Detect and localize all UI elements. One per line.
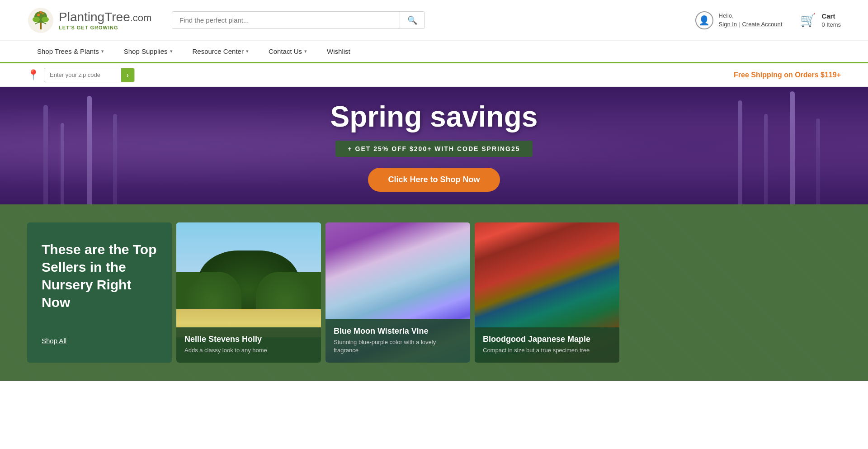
nav-wishlist[interactable]: Wishlist — [317, 41, 360, 61]
logo[interactable]: PlantingTree.com LET'S GET GROWING — [27, 7, 154, 34]
svg-point-4 — [42, 17, 49, 22]
location-icon: 📍 — [27, 69, 39, 81]
user-links: Sign In | Create Account — [719, 20, 783, 28]
chevron-down-icon: ▾ — [304, 48, 307, 54]
promo-card-title: These are the Top Sellers in the Nursery… — [42, 241, 157, 311]
chevron-down-icon: ▾ — [101, 48, 104, 54]
create-account-link[interactable]: Create Account — [742, 20, 782, 28]
wisteria-desc: Stunning blue-purple color with a lovely… — [334, 338, 462, 354]
person-icon: 👤 — [698, 15, 710, 26]
search-input[interactable] — [172, 12, 400, 28]
search-icon: 🔍 — [407, 16, 417, 25]
nav-shop-supplies[interactable]: Shop Supplies ▾ — [114, 41, 183, 61]
products-section: These are the Top Sellers in the Nursery… — [0, 204, 868, 381]
link-separator: | — [739, 20, 740, 28]
hero-promo-text: + GET 25% OFF $200+ WITH CODE SPRING25 — [335, 141, 533, 157]
user-icon: 👤 — [695, 11, 713, 29]
arrow-right-icon: › — [127, 71, 129, 79]
nav-shop-trees-plants-label: Shop Trees & Plants — [37, 47, 99, 55]
holly-name: Nellie Stevens Holly — [184, 335, 313, 344]
top-sellers-promo-card: These are the Top Sellers in the Nursery… — [27, 222, 172, 363]
zip-area: 📍 › — [27, 68, 135, 82]
cart-icon: 🛒 — [800, 13, 816, 28]
hero-banner: Spring savings + GET 25% OFF $200+ WITH … — [0, 87, 868, 204]
nav-resource-center-label: Resource Center — [193, 47, 244, 55]
hero-content: Spring savings + GET 25% OFF $200+ WITH … — [330, 100, 538, 192]
svg-point-3 — [33, 17, 40, 22]
zip-submit-button[interactable]: › — [121, 68, 134, 82]
product-card-maple[interactable]: Bloodgood Japanese Maple Compact in size… — [475, 222, 619, 363]
holly-overlay: Nellie Stevens Holly Adds a classy look … — [176, 327, 321, 363]
svg-point-7 — [40, 11, 42, 13]
svg-point-5 — [37, 14, 40, 16]
nav-shop-trees-plants[interactable]: Shop Trees & Plants ▾ — [27, 41, 114, 61]
hero-cta-button[interactable]: Click Here to Shop Now — [368, 168, 500, 192]
maple-desc: Compact in size but a true specimen tree — [483, 346, 611, 354]
nav-bar: Shop Trees & Plants ▾ Shop Supplies ▾ Re… — [0, 41, 868, 63]
logo-main-text: PlantingTree.com — [59, 9, 151, 25]
search-bar: 🔍 — [172, 11, 425, 29]
logo-icon — [27, 7, 54, 34]
wisteria-overlay: Blue Moon Wisteria Vine Stunning blue-pu… — [326, 319, 470, 363]
product-card-wisteria[interactable]: Blue Moon Wisteria Vine Stunning blue-pu… — [326, 222, 470, 363]
info-bar: 📍 › Free Shipping on Orders $119+ — [0, 63, 868, 87]
maple-overlay: Bloodgood Japanese Maple Compact in size… — [475, 327, 619, 363]
cart-items-count: 0 Items — [821, 21, 841, 29]
header-right: 👤 Hello, Sign In | Create Account 🛒 Cart… — [695, 11, 841, 29]
holly-desc: Adds a classy look to any home — [184, 346, 313, 354]
user-area: 👤 Hello, Sign In | Create Account — [695, 11, 783, 29]
svg-point-6 — [42, 13, 44, 14]
maple-name: Bloodgood Japanese Maple — [483, 335, 611, 344]
header: PlantingTree.com LET'S GET GROWING 🔍 👤 H… — [0, 0, 868, 41]
shop-all-link[interactable]: Shop All — [42, 337, 157, 345]
nav-resource-center[interactable]: Resource Center ▾ — [183, 41, 259, 61]
user-text: Hello, Sign In | Create Account — [719, 12, 783, 28]
products-grid: These are the Top Sellers in the Nursery… — [27, 222, 841, 363]
sign-in-link[interactable]: Sign In — [719, 20, 737, 28]
main-nav: Shop Trees & Plants ▾ Shop Supplies ▾ Re… — [27, 41, 360, 61]
free-shipping-text: Free Shipping on Orders $119+ — [734, 71, 841, 79]
zip-input-wrapper: › — [44, 68, 135, 82]
wisteria-name: Blue Moon Wisteria Vine — [334, 326, 462, 336]
search-button[interactable]: 🔍 — [400, 12, 425, 28]
cart-text: Cart 0 Items — [821, 11, 841, 29]
chevron-down-icon: ▾ — [246, 48, 249, 54]
product-card-holly[interactable]: Nellie Stevens Holly Adds a classy look … — [176, 222, 321, 363]
nav-wishlist-label: Wishlist — [327, 47, 350, 55]
logo-tagline: LET'S GET GROWING — [59, 25, 151, 31]
zip-input[interactable] — [44, 69, 121, 81]
cart-area[interactable]: 🛒 Cart 0 Items — [800, 11, 841, 29]
nav-contact-us-label: Contact Us — [269, 47, 302, 55]
nav-shop-supplies-label: Shop Supplies — [124, 47, 168, 55]
logo-text: PlantingTree.com LET'S GET GROWING — [59, 9, 151, 31]
nav-contact-us[interactable]: Contact Us ▾ — [259, 41, 317, 61]
hero-title: Spring savings — [330, 100, 538, 133]
hello-label: Hello, — [719, 12, 783, 20]
chevron-down-icon: ▾ — [170, 48, 173, 54]
cart-label: Cart — [821, 11, 841, 21]
